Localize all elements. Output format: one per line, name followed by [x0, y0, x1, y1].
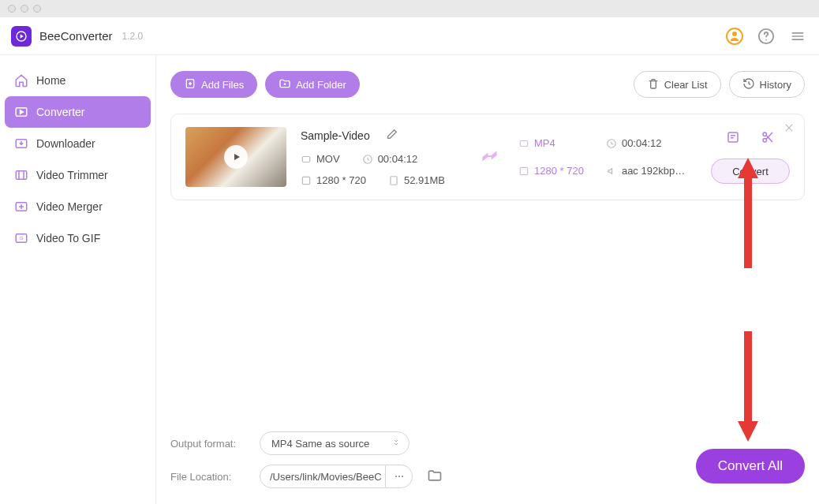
play-icon [224, 145, 248, 169]
add-folder-icon [279, 77, 291, 92]
add-files-icon [184, 77, 196, 92]
content-area: Add Files Add Folder Clear List History [156, 55, 819, 504]
traffic-light-minimize[interactable] [21, 5, 28, 13]
preset-icon[interactable] [726, 130, 740, 147]
file-location-value: /Users/link/Movies/BeeC [270, 471, 382, 483]
convert-all-button[interactable]: Convert All [696, 449, 805, 483]
close-icon[interactable] [783, 122, 795, 136]
traffic-light-close[interactable] [8, 5, 16, 13]
svg-rect-26 [520, 167, 527, 174]
sidebar-item-merger[interactable]: Video Merger [5, 191, 151, 222]
sidebar-item-label: Home [36, 74, 65, 87]
sidebar-item-home[interactable]: Home [5, 65, 151, 96]
clock-icon [362, 154, 373, 165]
svg-marker-9 [21, 110, 24, 114]
svg-point-4 [765, 39, 767, 40]
menu-icon[interactable] [787, 26, 808, 47]
svg-point-29 [763, 139, 767, 143]
scissors-icon[interactable] [761, 130, 775, 147]
convert-button[interactable]: Convert [711, 159, 790, 184]
sidebar-item-label: Downloader [36, 137, 95, 150]
filesize-icon [388, 175, 399, 186]
svg-marker-20 [234, 154, 240, 160]
sidebar-item-trimmer[interactable]: Video Trimmer [5, 159, 151, 191]
svg-point-31 [395, 476, 396, 477]
converter-icon [14, 105, 28, 119]
add-files-button[interactable]: Add Files [170, 71, 257, 98]
button-label: Convert [732, 166, 769, 177]
svg-point-32 [398, 476, 399, 477]
account-icon[interactable] [724, 26, 745, 47]
file-name: Sample-Video [301, 129, 370, 142]
target-info: MP4 1280 * 720 00:04:12 aac 192kbp… [518, 137, 690, 177]
download-icon [14, 136, 28, 151]
source-format: MOV [316, 153, 340, 165]
gif-icon: G [14, 231, 28, 245]
file-location-input[interactable]: /Users/link/Movies/BeeC [260, 465, 386, 488]
merger-icon [14, 200, 28, 214]
source-info: Sample-Video MOV 00:04:12 [301, 128, 466, 186]
history-icon [742, 77, 755, 92]
file-card: Sample-Video MOV 00:04:12 [170, 114, 805, 200]
sidebar: Home Converter Downloader Video Trimmer … [0, 55, 156, 504]
button-label: Add Folder [296, 79, 346, 91]
sidebar-item-label: Video Trimmer [36, 169, 108, 181]
help-icon[interactable] [756, 26, 776, 47]
sidebar-item-gif[interactable]: G Video To GIF [5, 222, 151, 254]
clock-icon [606, 138, 617, 149]
button-label: Convert All [718, 458, 783, 474]
source-size: 52.91MB [404, 174, 445, 186]
chevron-down-icon [391, 438, 401, 450]
video-format-icon [518, 138, 529, 149]
target-dimensions[interactable]: 1280 * 720 [534, 165, 584, 177]
svg-point-30 [763, 133, 767, 136]
add-folder-button[interactable]: Add Folder [265, 71, 360, 98]
clear-list-button[interactable]: Clear List [634, 71, 721, 98]
svg-rect-24 [391, 176, 397, 185]
button-label: Clear List [664, 79, 708, 91]
app-logo-icon [11, 26, 32, 47]
sidebar-item-converter[interactable]: Converter [5, 96, 151, 128]
app-version: 1.2.0 [122, 31, 144, 42]
sidebar-item-label: Video To GIF [36, 232, 100, 245]
svg-rect-23 [302, 177, 309, 184]
home-icon [14, 73, 28, 88]
output-format-value: MP4 Same as source [271, 438, 369, 450]
video-format-icon [301, 154, 312, 165]
target-audio[interactable]: aac 192kbp… [622, 165, 685, 177]
svg-rect-11 [16, 171, 27, 180]
more-button[interactable] [386, 465, 413, 488]
svg-point-33 [401, 476, 402, 477]
video-thumbnail[interactable] [185, 127, 286, 187]
button-label: Add Files [201, 79, 244, 91]
svg-rect-21 [302, 156, 309, 162]
button-label: History [760, 79, 791, 91]
source-dimensions: 1280 * 720 [316, 174, 366, 186]
target-duration: 00:04:12 [622, 137, 662, 149]
trash-icon [647, 77, 660, 92]
sidebar-item-label: Converter [36, 106, 84, 118]
traffic-light-zoom[interactable] [33, 5, 41, 13]
window-titlebar [0, 0, 819, 17]
sidebar-item-downloader[interactable]: Downloader [5, 128, 151, 159]
file-location-label: File Location: [170, 471, 245, 483]
app-name: BeeConverter [39, 29, 113, 43]
dimensions-icon [301, 175, 312, 186]
svg-marker-1 [21, 34, 24, 38]
sidebar-item-label: Video Merger [36, 200, 103, 213]
open-folder-icon[interactable] [427, 468, 443, 486]
svg-rect-25 [520, 140, 527, 146]
trimmer-icon [14, 168, 28, 182]
dimensions-icon [518, 166, 529, 177]
target-format[interactable]: MP4 [534, 137, 555, 149]
card-actions: Convert [711, 130, 790, 184]
audio-icon [606, 166, 617, 177]
output-format-label: Output format: [170, 438, 245, 450]
history-button[interactable]: History [729, 71, 805, 98]
output-format-select[interactable]: MP4 Same as source [260, 431, 410, 455]
app-header: BeeConverter 1.2.0 [0, 17, 819, 55]
edit-name-icon[interactable] [386, 128, 398, 144]
toolbar: Add Files Add Folder Clear List History [170, 71, 805, 98]
arrow-icon [481, 149, 504, 165]
source-duration: 00:04:12 [378, 153, 418, 165]
